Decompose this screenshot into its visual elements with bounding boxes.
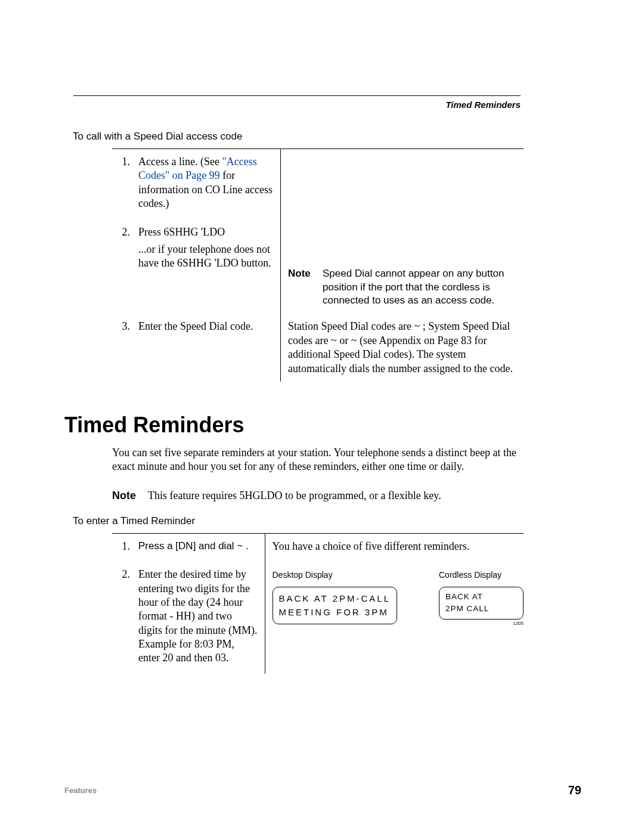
right-body: Station Speed Dial codes are ~ ; System … (288, 320, 524, 376)
timed-reminder-table: 1. Press a [DN] and dial ~ . You have a … (112, 533, 524, 674)
step-line2: ...or if your telephone does not have th… (138, 243, 273, 271)
note-body: Speed Dial cannot appear on any button p… (323, 267, 524, 308)
intro-paragraph: You can set five separate reminders at y… (112, 446, 524, 474)
footer-left: Features (64, 786, 97, 795)
display-row: Desktop Display BACK AT 2PM-CALL MEETING… (273, 570, 524, 626)
step-number: 1. (112, 155, 138, 211)
cordless-line1: BACK AT (445, 592, 483, 601)
page-number: 79 (568, 784, 581, 797)
step-body: Enter the desired time by entering two d… (138, 568, 258, 665)
step-body: Press 6SHHG 'LDO ...or if your telephone… (138, 225, 273, 271)
step-number: 2. (112, 568, 138, 665)
desktop-display-label: Desktop Display (273, 570, 398, 580)
feature-note: Note This feature requires 5HGLDO to be … (112, 490, 524, 502)
footer: Features 79 (64, 784, 581, 797)
cordless-display-label: Cordless Display (439, 570, 524, 580)
note-label: Note (112, 490, 148, 502)
right-body: You have a choice of five different remi… (273, 540, 524, 553)
step-body: Press a [DN] and dial ~ . (138, 540, 258, 553)
figure-number: 1205 (439, 621, 524, 626)
cordless-line2: 2PM CALL (445, 604, 489, 613)
step-body: Enter the Speed Dial code. (138, 320, 273, 333)
cordless-display-box: BACK AT 2PM CALL (439, 587, 524, 620)
step-line1: Press 6SHHG 'LDO (138, 225, 273, 239)
desktop-line2: MEETING FOR 3PM (279, 607, 389, 617)
speed-dial-subheading: To call with a Speed Dial access code (73, 131, 581, 143)
desktop-display-box: BACK AT 2PM-CALL MEETING FOR 3PM (273, 587, 398, 624)
note-body: This feature requires 5HGLDO to be progr… (148, 490, 441, 502)
step-text: Access a line. (See (138, 156, 222, 168)
desktop-line1: BACK AT 2PM-CALL (279, 593, 391, 603)
table-row: 3. Enter the Speed Dial code. Station Sp… (112, 314, 524, 382)
timed-reminder-subheading: To enter a Timed Reminder (73, 515, 581, 527)
section-title: Timed Reminders (64, 413, 581, 438)
note-label: Note (288, 267, 323, 308)
step-body: Access a line. (See "Access Codes" on Pa… (138, 155, 273, 211)
top-rule (73, 95, 521, 96)
step-number: 1. (112, 540, 138, 553)
step-number: 2. (112, 225, 138, 271)
speed-dial-table: 1. Access a line. (See "Access Codes" on… (112, 148, 524, 382)
table-row: 2. Press 6SHHG 'LDO ...or if your teleph… (112, 219, 524, 314)
table-row: 1. Access a line. (See "Access Codes" on… (112, 149, 524, 219)
step-number: 3. (112, 320, 138, 333)
running-header: Timed Reminders (73, 100, 521, 110)
table-row: 2. Enter the desired time by entering tw… (112, 562, 524, 674)
table-row: 1. Press a [DN] and dial ~ . You have a … (112, 534, 524, 562)
page: Timed Reminders To call with a Speed Dia… (0, 0, 644, 833)
